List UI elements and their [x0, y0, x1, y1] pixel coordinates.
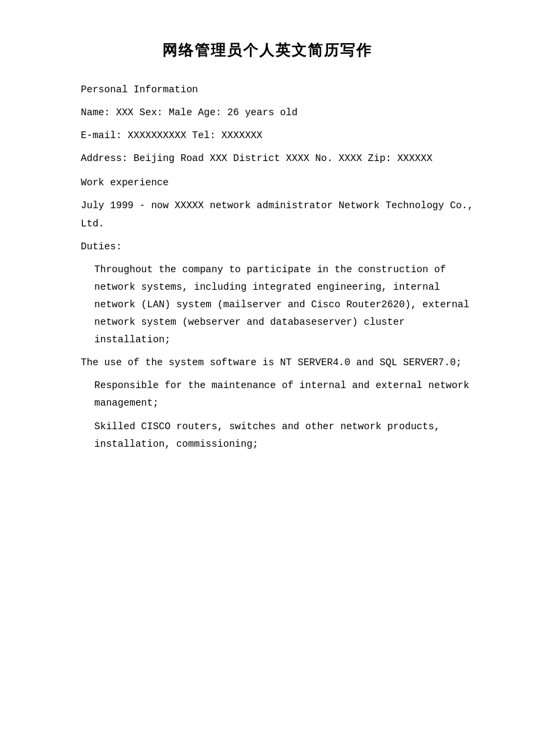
work-experience-header: Work experience [54, 174, 480, 191]
duty-4: Skilled CISCO routers, switches and othe… [54, 418, 480, 453]
duty-1-text: Throughout the company to participate in… [94, 264, 469, 345]
work-experience-label: Work experience [81, 177, 169, 188]
personal-info-label: Personal Information [81, 84, 198, 95]
duty-4-text: Skilled CISCO routers, switches and othe… [94, 421, 440, 449]
duties-label: Duties: [81, 241, 122, 252]
duty-2-text: The use of the system software is NT SER… [81, 357, 462, 368]
page-title: 网络管理员个人英文简历写作 [54, 40, 480, 61]
name-line: Name: XXX Sex: Male Age: 26 years old [54, 104, 480, 121]
duty-2: The use of the system software is NT SER… [54, 354, 480, 371]
duty-3: Responsible for the maintenance of inter… [54, 377, 480, 412]
duty-3-text: Responsible for the maintenance of inter… [94, 380, 469, 408]
duties-header: Duties: [54, 238, 480, 255]
page: 网络管理员个人英文简历写作 Personal Information Name:… [0, 0, 534, 756]
duty-1: Throughout the company to participate in… [54, 261, 480, 348]
address-text: Address: Beijing Road XXX District XXXX … [81, 153, 432, 164]
personal-info-header: Personal Information [54, 81, 480, 98]
address-line: Address: Beijing Road XXX District XXXX … [54, 150, 480, 167]
email-line: E-mail: XXXXXXXXXX Tel: XXXXXXX [54, 127, 480, 144]
job-text: July 1999 - now XXXXX network administra… [81, 200, 473, 228]
job-line: July 1999 - now XXXXX network administra… [54, 197, 480, 232]
name-text: Name: XXX Sex: Male Age: 26 years old [81, 107, 298, 118]
email-text: E-mail: XXXXXXXXXX Tel: XXXXXXX [81, 130, 263, 141]
